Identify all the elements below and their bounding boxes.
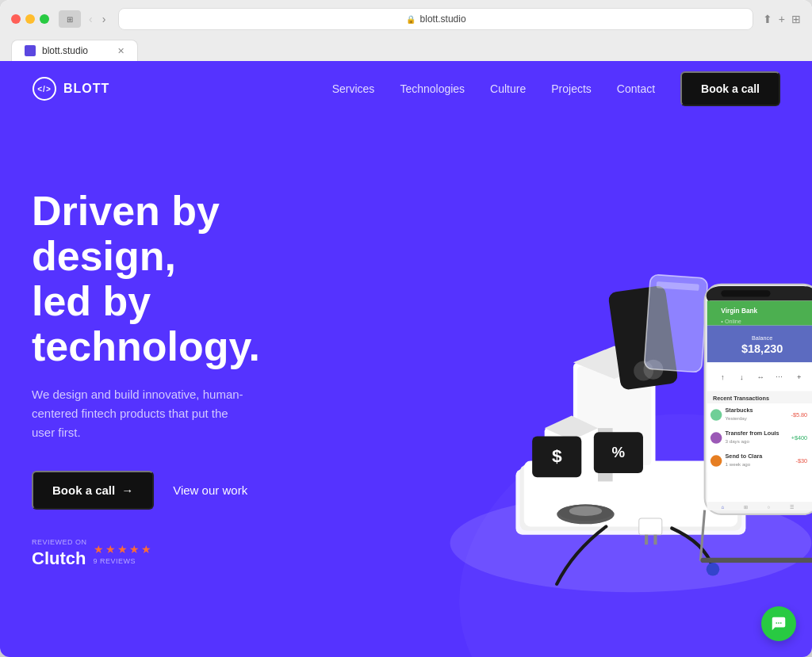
browser-chrome: ⊞ ‹ › 🔒 blott.studio ⬆ + ⊞ blott.studio … <box>0 0 812 61</box>
svg-text:○: ○ <box>768 504 771 510</box>
svg-text:%: % <box>612 444 626 460</box>
svg-text:$18,230: $18,230 <box>741 342 783 355</box>
website-content: </> BLOTT Services Technologies Culture … <box>0 61 812 657</box>
svg-text:• Online: • Online <box>721 318 741 325</box>
svg-rect-66 <box>700 558 812 563</box>
share-button[interactable]: ⬆ <box>763 13 772 25</box>
star-4: ★ <box>129 543 140 556</box>
tab-favicon <box>25 45 36 56</box>
clutch-logo: Clutch <box>32 548 87 569</box>
svg-text:+: + <box>797 373 801 381</box>
svg-text:☰: ☰ <box>790 504 794 510</box>
svg-rect-26 <box>653 535 657 544</box>
svg-text:-$5.80: -$5.80 <box>791 411 808 418</box>
active-tab[interactable]: blott.studio ✕ <box>11 40 138 61</box>
add-tab-button[interactable]: + <box>779 13 785 25</box>
traffic-lights <box>11 14 49 24</box>
tab-title: blott.studio <box>42 45 88 56</box>
hero-title: Driven by design, led by technology. <box>32 189 365 370</box>
svg-text:⊞: ⊞ <box>744 504 748 510</box>
browser-tabs: blott.studio ✕ <box>11 40 801 61</box>
review-count: 9 REVIEWS <box>94 557 151 565</box>
star-1: ★ <box>94 543 104 556</box>
grid-button[interactable]: ⊞ <box>791 13 801 25</box>
svg-text:-$30: -$30 <box>796 457 808 464</box>
svg-text:⌂: ⌂ <box>722 504 725 510</box>
address-bar[interactable]: 🔒 blott.studio <box>118 8 753 30</box>
svg-point-57 <box>710 455 722 467</box>
svg-text:Balance: Balance <box>752 334 772 342</box>
svg-text:Transfer from Louis: Transfer from Louis <box>726 430 779 437</box>
hero-section: Driven by design, led by technology. We … <box>0 117 812 657</box>
svg-text:Recent Transactions: Recent Transactions <box>713 395 769 402</box>
nav-services[interactable]: Services <box>332 82 375 95</box>
svg-text:Virgin Bank: Virgin Bank <box>721 307 757 315</box>
svg-text:1 week ago: 1 week ago <box>726 461 751 467</box>
nav-projects[interactable]: Projects <box>551 82 592 95</box>
svg-point-23 <box>569 506 602 516</box>
star-5: ★ <box>141 543 151 556</box>
svg-text:Send to Clara: Send to Clara <box>726 453 764 460</box>
navbar-book-call-button[interactable]: Book a call <box>680 71 780 106</box>
clutch-stars: ★ ★ ★ ★ ★ <box>94 543 151 556</box>
star-2: ★ <box>105 543 116 556</box>
svg-text:Starbucks: Starbucks <box>726 407 753 414</box>
svg-text:+$400: +$400 <box>791 434 807 441</box>
hero-subtitle: We design and build innovative, human-ce… <box>32 385 254 442</box>
close-button[interactable] <box>11 14 21 24</box>
clutch-reviewed-label: REVIEWED ON <box>32 538 87 547</box>
star-3: ★ <box>117 543 128 556</box>
back-button[interactable]: ‹ <box>86 11 96 27</box>
svg-text:$: $ <box>552 445 562 466</box>
svg-point-47 <box>710 409 722 421</box>
logo-text: BLOTT <box>63 82 109 96</box>
svg-point-68 <box>778 622 779 624</box>
svg-text:3 days ago: 3 days ago <box>726 438 750 444</box>
site-logo[interactable]: </> BLOTT <box>32 76 109 101</box>
logo-icon: </> <box>32 76 57 101</box>
svg-rect-25 <box>645 535 648 544</box>
svg-rect-30 <box>721 290 770 296</box>
hero-content: Driven by design, led by technology. We … <box>32 189 365 570</box>
svg-text:↔: ↔ <box>756 373 764 381</box>
tab-close-button[interactable]: ✕ <box>117 46 124 56</box>
clutch-info: REVIEWED ON Clutch <box>32 538 87 569</box>
lock-icon: 🔒 <box>406 15 416 24</box>
nav-contact[interactable]: Contact <box>617 82 655 95</box>
view-work-link[interactable]: View our work <box>173 483 247 497</box>
chat-icon <box>770 615 787 632</box>
url-text: blott.studio <box>420 13 466 25</box>
svg-text:⋯: ⋯ <box>776 373 783 381</box>
forward-button[interactable]: › <box>99 11 109 27</box>
hero-illustration: $ % <box>368 101 812 657</box>
browser-controls: ⊞ ‹ › <box>59 10 109 28</box>
svg-point-67 <box>776 622 777 624</box>
svg-point-69 <box>780 622 782 624</box>
svg-point-52 <box>710 432 722 444</box>
svg-rect-24 <box>639 518 662 535</box>
svg-point-27 <box>707 563 720 576</box>
navbar: </> BLOTT Services Technologies Culture … <box>0 61 812 117</box>
nav-technologies[interactable]: Technologies <box>400 82 465 95</box>
hero-buttons: Book a call → View our work <box>32 471 365 510</box>
nav-culture[interactable]: Culture <box>490 82 526 95</box>
svg-text:↓: ↓ <box>740 373 744 381</box>
browser-actions: ⬆ + ⊞ <box>763 13 801 25</box>
svg-text:</>: </> <box>37 85 51 94</box>
svg-text:↑: ↑ <box>721 373 725 381</box>
minimize-button[interactable] <box>25 14 35 24</box>
maximize-button[interactable] <box>40 14 49 24</box>
sidebar-toggle[interactable]: ⊞ <box>59 10 81 28</box>
browser-window: ⊞ ‹ › 🔒 blott.studio ⬆ + ⊞ blott.studio … <box>0 0 812 657</box>
svg-text:Yesterday: Yesterday <box>726 415 748 421</box>
illustration-svg: $ % <box>368 101 812 657</box>
clutch-review: REVIEWED ON Clutch ★ ★ ★ ★ ★ 9 REVIEWS <box>32 538 365 569</box>
nav-links: Services Technologies Culture Projects C… <box>332 82 655 95</box>
chat-button[interactable] <box>761 606 796 641</box>
hero-book-call-button[interactable]: Book a call → <box>32 471 154 510</box>
